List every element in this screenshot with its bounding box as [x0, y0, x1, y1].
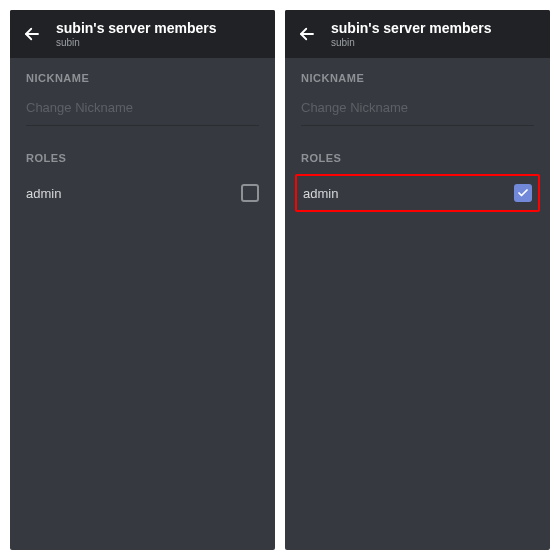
page-title: subin's server members	[331, 20, 492, 36]
role-checkbox[interactable]	[241, 184, 259, 202]
page-subtitle: subin	[331, 37, 492, 49]
role-checkbox[interactable]	[514, 184, 532, 202]
role-name: admin	[26, 186, 61, 201]
nickname-section-label: NICKNAME	[26, 72, 259, 84]
header: subin's server members subin	[285, 10, 550, 58]
roles-section: ROLES admin	[26, 152, 259, 212]
role-row-admin[interactable]: admin	[295, 174, 540, 212]
body: NICKNAME ROLES admin	[10, 58, 275, 550]
roles-section-label: ROLES	[301, 152, 534, 164]
roles-section: ROLES admin	[301, 152, 534, 212]
panel-left: subin's server members subin NICKNAME RO…	[10, 10, 275, 550]
header-text: subin's server members subin	[56, 20, 217, 49]
body: NICKNAME ROLES admin	[285, 58, 550, 550]
nickname-section-label: NICKNAME	[301, 72, 534, 84]
page-subtitle: subin	[56, 37, 217, 49]
role-name: admin	[303, 186, 338, 201]
nickname-input[interactable]	[301, 94, 534, 126]
back-arrow-icon[interactable]	[22, 24, 42, 44]
page-title: subin's server members	[56, 20, 217, 36]
back-arrow-icon[interactable]	[297, 24, 317, 44]
header-text: subin's server members subin	[331, 20, 492, 49]
nickname-input[interactable]	[26, 94, 259, 126]
panel-right: subin's server members subin NICKNAME RO…	[285, 10, 550, 550]
role-row-admin[interactable]: admin	[26, 174, 259, 212]
roles-section-label: ROLES	[26, 152, 259, 164]
header: subin's server members subin	[10, 10, 275, 58]
